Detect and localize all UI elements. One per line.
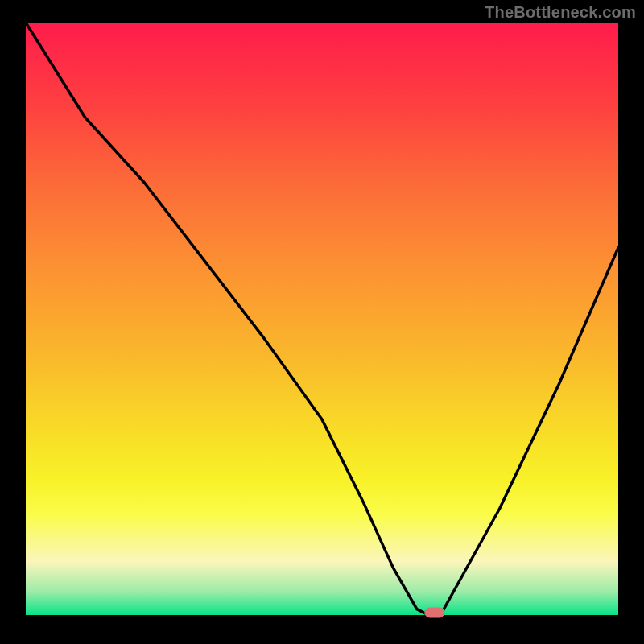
svg-rect-0 (26, 23, 618, 615)
min-marker (425, 608, 444, 617)
bottleneck-curve-chart (0, 0, 644, 644)
watermark: TheBottleneck.com (485, 3, 636, 22)
chart-container: TheBottleneck.com (0, 0, 644, 644)
plot-area (26, 23, 618, 617)
